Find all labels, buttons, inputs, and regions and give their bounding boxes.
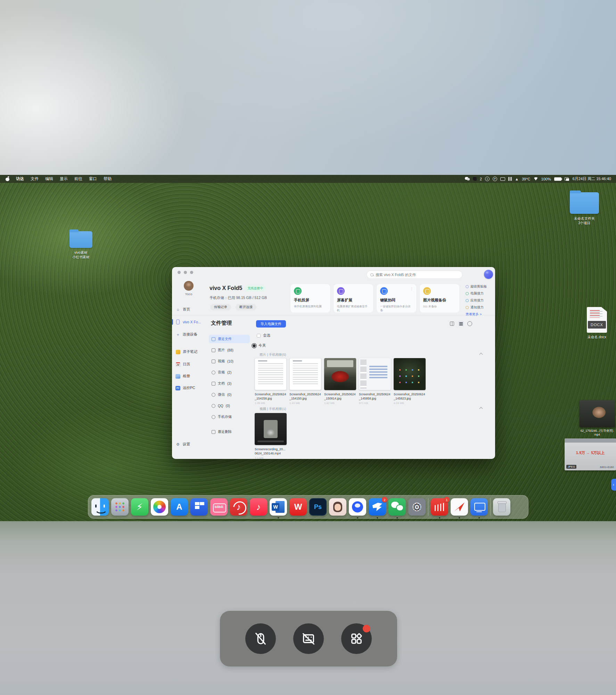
desktop-jpeg-file[interactable]: 1.9万 → 5万以上 JPEG 6801×6160 <box>565 438 616 470</box>
dock-bilibili[interactable]: bilibili <box>210 498 228 516</box>
user-avatar[interactable] <box>184 281 194 291</box>
transfer-history-button[interactable]: 传输记录 <box>210 304 231 310</box>
fm-nav-qq[interactable]: QQ(0) <box>209 402 250 410</box>
fm-nav-audio[interactable]: 音频(2) <box>209 368 250 377</box>
feature-card-screen-extend[interactable]: 屏幕扩展 电脑屏幕扩展或镜像至手机 <box>333 284 373 313</box>
circle-badge-icon[interactable]: 1 <box>485 177 490 181</box>
menu-view[interactable]: 显示 <box>60 176 68 181</box>
sidebar-item-device[interactable]: vivo X Fo... <box>175 318 204 326</box>
sidebar-item-settings[interactable]: ⚙ 设置 <box>175 440 204 448</box>
remote-pc-icon: PC <box>175 386 180 390</box>
mouse-disabled-button[interactable] <box>245 623 276 654</box>
sidebar-item-notes[interactable]: 原子笔记 <box>175 348 204 356</box>
search-input[interactable] <box>376 273 459 277</box>
columns-status-icon[interactable] <box>508 177 512 181</box>
dock-avatar-app[interactable] <box>329 498 346 516</box>
dock-photos[interactable] <box>151 498 168 516</box>
quick-link-pc-relay[interactable]: 电脑接力 <box>466 291 493 296</box>
wifi-icon[interactable] <box>534 177 538 180</box>
grid-view-icon[interactable] <box>449 321 455 326</box>
fm-nav-documents[interactable]: 文档(3) <box>209 379 250 388</box>
file-item[interactable]: Screenshot_20250624_145823.jpg 4.03 MB <box>394 358 426 405</box>
dock-reader-app[interactable] <box>451 498 468 516</box>
dock-finder[interactable] <box>91 498 109 516</box>
apple-menu-icon[interactable] <box>6 177 9 181</box>
focus-status-icon[interactable] <box>473 177 477 181</box>
feature-card-screen-cast[interactable]: 手机投屏 将手机屏幕投屏到电脑 <box>290 284 330 313</box>
fm-nav-phone-storage[interactable]: 手机存储 <box>209 413 250 421</box>
temperature-label[interactable]: 39°C <box>522 177 531 181</box>
menu-go[interactable]: 前往 <box>74 176 82 181</box>
quick-link-clipboard[interactable]: 超级剪贴板 <box>466 284 493 289</box>
dock-audio-app[interactable]: 1 <box>431 498 448 516</box>
feature-card-backup[interactable]: 图片视频备份 511 未备份 <box>419 284 460 313</box>
dock-photoshop[interactable]: Ps <box>309 498 327 516</box>
battery-icon[interactable] <box>554 177 561 181</box>
dock-system-settings[interactable]: ⚙ <box>408 498 426 516</box>
fm-nav-images[interactable]: 图片(88) <box>209 346 250 354</box>
sidebar-item-calendar[interactable]: 24 日历 <box>175 360 204 369</box>
file-item[interactable]: Screenshot_20250624_150814.jpg 1.62 MB <box>324 358 356 405</box>
dock-easyshare[interactable]: ⚡ <box>131 498 148 516</box>
select-all-control[interactable]: 全选 <box>257 333 270 338</box>
dock-docs-app[interactable] <box>190 498 208 516</box>
menu-help[interactable]: 帮助 <box>104 176 112 181</box>
menu-bar-clock[interactable]: 6月24日 周二 15:46:40 <box>573 176 611 181</box>
desktop-folder-untitled[interactable]: 未命名文件夹 3个项目 <box>570 192 603 225</box>
dock-app-store[interactable]: A <box>171 498 188 516</box>
today-radio[interactable] <box>253 344 256 347</box>
import-files-button[interactable]: 导入电脑文件 <box>256 320 286 328</box>
dock-wps[interactable]: W <box>289 498 307 516</box>
feature-card-keyboard-mouse[interactable]: ⋮ 键鼠协同 一套键鼠即刻操作多台设备 <box>376 284 417 313</box>
sidebar-item-remote-pc[interactable]: PC 远控PC <box>175 384 204 392</box>
list-view-icon[interactable] <box>458 321 464 326</box>
sidebar-item-albums[interactable]: 相册 <box>175 372 204 380</box>
desktop-folder-vivo[interactable]: vivo素材 小红书素材 <box>69 231 98 259</box>
file-item[interactable]: Screenshot_20250624_145858.jpg 971 KB <box>359 358 391 405</box>
dock-vivo-office[interactable] <box>470 498 488 516</box>
dock-word[interactable]: W <box>270 498 287 516</box>
dock-dingtalk[interactable]: 2 <box>369 498 386 516</box>
sidebar-item-connect-device[interactable]: ＋ 连接设备 <box>175 330 204 339</box>
fm-nav-videos[interactable]: 视频(10) <box>209 357 250 365</box>
notification-relay-icon <box>466 306 469 309</box>
more-vertical-icon[interactable]: ⋮ <box>410 287 413 291</box>
quick-link-notification-relay[interactable]: 通知接力 <box>466 305 493 310</box>
sidebar-item-home[interactable]: ⌂ 首页 <box>175 305 204 314</box>
dock-apple-music[interactable]: ♪ <box>250 498 267 516</box>
parallels-icon[interactable]: P <box>493 177 497 181</box>
collapse-chevron-icon[interactable] <box>480 407 483 410</box>
collapse-chevron-icon[interactable] <box>480 353 483 355</box>
file-item[interactable]: Screenrecording_20...0624_150146.mp4 7.1… <box>255 413 287 460</box>
search-bar[interactable] <box>367 270 462 279</box>
fm-nav-wechat[interactable]: 微信(0) <box>209 390 250 399</box>
desktop-docx-file[interactable]: DOCX 未命名.docx <box>586 307 608 340</box>
file-item[interactable]: Screenshot_20250624_154258.jpg 1.05 MB <box>255 358 287 405</box>
screen-mirroring-icon[interactable] <box>565 177 569 181</box>
dock-netease-music[interactable]: ♪ <box>230 498 247 516</box>
account-avatar[interactable] <box>484 270 493 279</box>
dock-launchpad[interactable] <box>111 498 129 516</box>
fm-nav-recent[interactable]: 最近文件 <box>209 335 250 343</box>
disconnect-button[interactable]: 断开连接 <box>236 304 256 310</box>
menu-edit[interactable]: 编辑 <box>45 176 53 181</box>
edge-collapse-tab[interactable]: ‹ <box>611 479 616 491</box>
fm-nav-recently-deleted[interactable]: 最近删除 <box>209 428 250 436</box>
desktop-video-file[interactable]: 62_1750246...(引导使用).mp4 <box>580 400 615 437</box>
dock-trash[interactable] <box>493 498 510 516</box>
refresh-icon[interactable] <box>467 321 472 326</box>
select-all-checkbox[interactable] <box>257 334 261 338</box>
quick-link-app-relay[interactable]: 应用接力 <box>466 298 493 303</box>
menu-window[interactable]: 窗口 <box>89 176 97 181</box>
chat-status-icon[interactable] <box>465 177 470 181</box>
menu-app-name[interactable]: 访达 <box>16 176 24 181</box>
file-item[interactable]: Screenshot_20250624_154150.jpg 1.43 MB <box>289 358 321 405</box>
dock-wechat[interactable] <box>388 498 406 516</box>
apps-grid-button[interactable] <box>341 623 372 654</box>
keyboard-disabled-button[interactable] <box>293 623 324 654</box>
display-status-icon[interactable] <box>500 177 505 181</box>
see-more-link[interactable]: 查看更多 > <box>466 312 493 317</box>
window-traffic-lights[interactable] <box>178 271 193 274</box>
dock-quark-browser[interactable] <box>349 498 366 516</box>
menu-file[interactable]: 文件 <box>31 176 39 181</box>
